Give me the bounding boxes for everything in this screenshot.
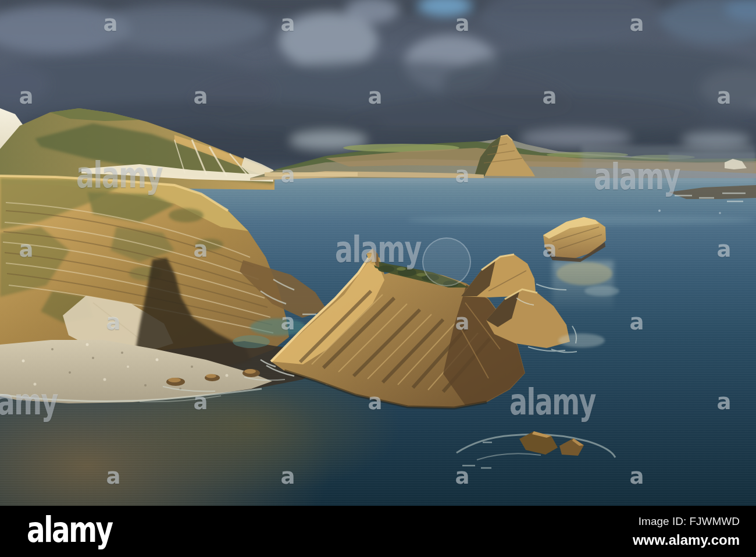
alamy-logo: alamy	[27, 509, 112, 550]
website-url: www.alamy.com	[633, 533, 740, 548]
image-id: Image ID: FJWMWD	[633, 515, 740, 528]
footer-bar: alamy Image ID: FJWMWD www.alamy.com	[0, 506, 756, 557]
landscape-illustration	[0, 0, 756, 506]
photo-coastal-landscape: aaaaaaaaaaaaaaaaaaaaaaaaaaalamyalamyalam…	[0, 0, 756, 506]
alamy-stock-image: aaaaaaaaaaaaaaaaaaaaaaaaaaalamyalamyalam…	[0, 0, 756, 557]
far-right-sea-stack	[543, 217, 614, 312]
footer-meta: Image ID: FJWMWD www.alamy.com	[633, 515, 740, 548]
